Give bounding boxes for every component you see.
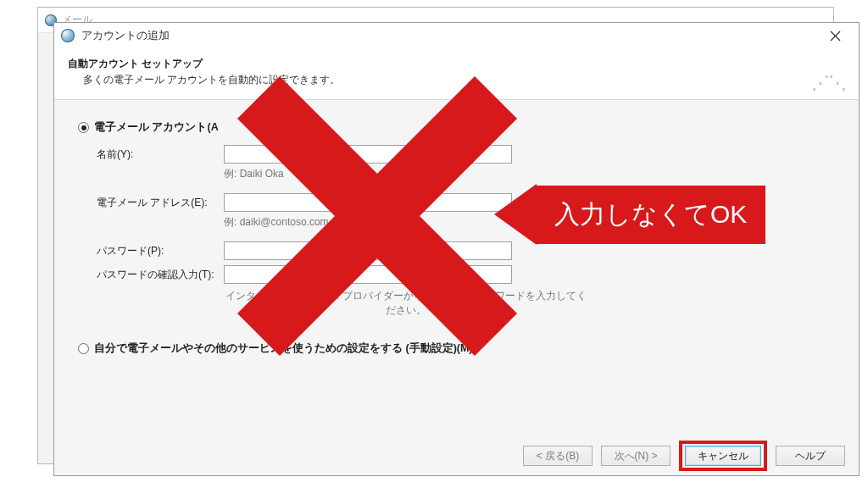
close-button[interactable]: [818, 25, 852, 47]
email-example: 例: daiki@contoso.com: [224, 215, 835, 230]
back-button[interactable]: < 戻る(B): [523, 446, 593, 466]
dialog-titlebar: アカウントの追加: [54, 23, 859, 48]
radio-manual-label: 自分で電子メールやその他のサービスを使うための設定をする (手動設定)(M): [94, 341, 473, 356]
cancel-button[interactable]: キャンセル: [685, 446, 761, 466]
radio-email-account[interactable]: 電子メール アカウント(A: [78, 120, 835, 135]
header-title: 自動アカウント セットアップ: [68, 57, 845, 71]
radio-icon: [78, 343, 89, 354]
dialog-title: アカウントの追加: [81, 29, 170, 43]
radio-manual-setup[interactable]: 自分で電子メールやその他のサービスを使うための設定をする (手動設定)(M): [78, 341, 835, 356]
next-button[interactable]: 次へ(N) >: [601, 446, 670, 466]
password-confirm-input[interactable]: [224, 265, 512, 284]
globe-icon: [61, 29, 75, 42]
dialog-footer: < 戻る(B) 次へ(N) > キャンセル ヘルプ: [54, 436, 859, 475]
dialog-header: 自動アカウント セットアップ 多くの電子メール アカウントを自動的に設定できます…: [54, 48, 859, 100]
add-account-dialog: アカウントの追加 自動アカウント セットアップ 多くの電子メール アカウントを自…: [53, 22, 860, 476]
cursor-sparkle-icon: ⋰⋱: [811, 72, 845, 94]
password-label: パスワード(P):: [97, 244, 224, 258]
radio-icon: [78, 122, 89, 133]
help-button[interactable]: ヘルプ: [776, 446, 845, 466]
isp-hint: インターネット サービス プロバイダーから提供されたパスワードを入力してください…: [224, 289, 588, 318]
email-label: 電子メール アドレス(E):: [97, 196, 224, 210]
password-input[interactable]: [224, 241, 512, 260]
dialog-content: 電子メール アカウント(A 名前(Y): 例: Daiki Oka 電子メール …: [54, 100, 859, 436]
name-example: 例: Daiki Oka: [224, 167, 835, 181]
email-input[interactable]: [224, 193, 512, 212]
cancel-highlight-box: キャンセル: [679, 441, 767, 471]
password-confirm-label: パスワードの確認入力(T):: [97, 268, 224, 282]
name-input[interactable]: [224, 145, 512, 164]
name-label: 名前(Y):: [97, 147, 224, 162]
header-subtitle: 多くの電子メール アカウントを自動的に設定できます。: [83, 73, 845, 87]
radio-email-label: 電子メール アカウント(A: [94, 120, 219, 135]
close-icon: [830, 30, 841, 42]
